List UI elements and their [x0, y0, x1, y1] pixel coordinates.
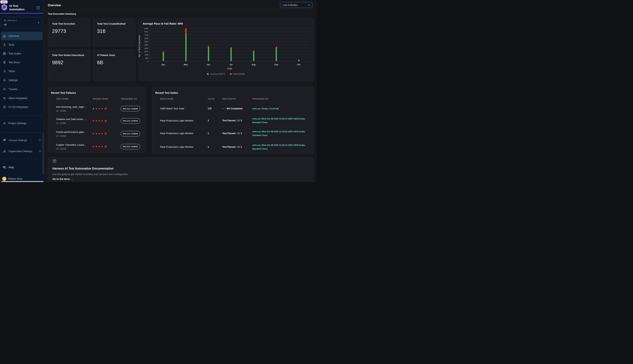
gridline — [149, 28, 310, 28]
sidebar-item-label: Project Settings — [9, 122, 27, 125]
sidebar: NEW AI Test Automation — [0, 0, 44, 182]
bar-segment-failed — [276, 46, 277, 48]
info-icon[interactable] — [39, 139, 41, 142]
sidebar-item-test-runs[interactable]: Test Runs — [1, 58, 43, 66]
suite-row[interactable]: Real Production Login Monitor1Test Passe… — [152, 140, 313, 154]
docs-link[interactable]: Go to the docs → — [53, 178, 73, 180]
divider — [1, 116, 43, 116]
sidebar-item-test-suites[interactable]: Test Suites — [1, 49, 43, 58]
run-dot[interactable] — [93, 146, 94, 147]
failure-row[interactable]: Facets-performance-gitla...v3|63238RELIC… — [48, 127, 146, 140]
x-tick-label: Oct — [287, 64, 310, 66]
run-dot-latest-failed[interactable] — [105, 108, 107, 110]
suite-row[interactable]: Real Production Login Monitor1Test Passe… — [152, 114, 313, 127]
bar-segment-success — [253, 52, 254, 61]
info-icon[interactable] — [39, 150, 41, 152]
app-window: NEW AI Test Automation — [0, 0, 316, 182]
y-tick-label: 4450 — [141, 44, 148, 46]
sidebar-item-label: Settings — [9, 79, 18, 82]
help-chat-icon: ? — [3, 166, 6, 169]
bar-segment-failed — [208, 46, 209, 47]
run-dot[interactable] — [102, 108, 103, 109]
sidebar-item-overview[interactable]: Overview — [1, 32, 43, 40]
run-dot-latest-failed[interactable] — [105, 146, 107, 148]
y-tick-label: 7120 — [141, 34, 148, 36]
bar-segment-success — [298, 60, 299, 61]
sidebar-item-organization-settings[interactable]: Organization Settings — [1, 146, 43, 156]
bar-segment-success — [230, 48, 232, 61]
triggered-by-button[interactable]: RELICX ADMIN — [121, 106, 140, 111]
column-header: TEST NAME — [56, 98, 93, 100]
x-tick-mark — [287, 61, 288, 62]
stat-label: Total Test Execution — [48, 18, 90, 26]
cicd-icon — [3, 105, 6, 108]
x-tick-mark — [242, 61, 243, 62]
run-dot[interactable] — [93, 120, 94, 122]
x-tick-label: Apr — [152, 64, 174, 66]
horizontal-scrollbar[interactable] — [2, 181, 44, 182]
user-menu[interactable]: SD Shibam Dhar — [2, 177, 23, 181]
sidebar-item-project-settings[interactable]: Project Settings — [1, 119, 43, 128]
app-switcher-icon[interactable] — [36, 6, 40, 10]
bar-segment-failed — [163, 52, 164, 53]
column-header: TRIGGERED BY — [252, 98, 313, 100]
run-dot[interactable] — [102, 133, 103, 134]
run-dot[interactable] — [96, 120, 97, 122]
sidebar-item-help[interactable]: ? Help — [1, 163, 43, 172]
suite-name: AWS Batch Test Suite — [160, 107, 208, 110]
project-selector[interactable]: PROJECT sd — [1, 17, 42, 28]
grid-icon — [3, 52, 6, 55]
run-dot[interactable] — [99, 133, 100, 134]
suite-row[interactable]: Real Production Login Monitor1Test Passe… — [152, 127, 313, 140]
run-dot[interactable] — [99, 120, 100, 122]
failure-row[interactable]: test-removing_auto_login...v4|81996RELIC… — [48, 103, 146, 114]
suite-tests-count: 1 — [208, 132, 222, 135]
run-dot[interactable] — [96, 108, 97, 109]
sidebar-item-label: Tests — [9, 43, 15, 46]
layers-icon — [3, 138, 6, 142]
progress-dots-icon — [222, 108, 225, 109]
triggered-by-button[interactable]: RELICX ADMIN — [121, 131, 140, 136]
run-dot[interactable] — [96, 133, 97, 134]
triggered-by-button[interactable]: RELICX ADMIN — [121, 144, 140, 149]
run-dot[interactable] — [93, 108, 94, 109]
sidebar-item-ci-cd-integration[interactable]: CI-CD integration — [1, 103, 43, 111]
y-tick-label: 8900 — [141, 28, 148, 30]
select-chevrons-icon — [308, 4, 310, 6]
gear-icon — [3, 122, 6, 125]
run-dot[interactable] — [102, 120, 103, 122]
run-dot-latest-failed[interactable] — [105, 120, 107, 122]
sidebar-item-account-settings[interactable]: Account Settings — [1, 136, 43, 144]
suite-tests-count: 170 — [208, 107, 222, 110]
bar-aug — [253, 51, 254, 61]
run-dot-latest-failed[interactable] — [105, 133, 107, 135]
sidebar-scrollbar[interactable] — [43, 133, 43, 175]
sidebar-item-tests[interactable]: Tests — [1, 40, 43, 49]
time-range-select[interactable]: Last 6 Months — [280, 2, 312, 8]
bar-segment-failed — [185, 28, 187, 34]
chart-plot-area — [149, 28, 310, 61]
triggered-by-button[interactable]: RELICX ADMIN — [121, 118, 140, 124]
top-bar: Overview Last 6 Months — [44, 0, 316, 10]
bar-apr — [163, 52, 164, 61]
x-tick-label: Jul — [220, 64, 242, 66]
sidebar-item-label: Test Runs — [9, 61, 20, 64]
failure-row[interactable]: Copilot: Classified: Leave...v6|63129REL… — [48, 140, 146, 153]
sidebar-item-slack-integration[interactable]: Slack integration — [1, 94, 43, 102]
failure-row[interactable]: Shadow root Date picker ...v0|81466RELIC… — [48, 114, 146, 127]
run-dot[interactable] — [102, 146, 103, 147]
legend-item[interactable]: Failed (2939) — [230, 73, 245, 75]
suite-row[interactable]: AWS Batch Test Suite1708% Completedrelic… — [152, 103, 313, 114]
legend-swatch — [207, 73, 209, 75]
run-dot[interactable] — [99, 146, 100, 147]
project-label: PROJECT — [8, 20, 17, 22]
sidebar-item-tunnels[interactable]: Tunnels — [1, 85, 43, 94]
run-dot[interactable] — [96, 146, 97, 147]
run-dot[interactable] — [93, 133, 94, 134]
run-dot[interactable] — [99, 108, 100, 109]
divider — [0, 159, 44, 159]
legend-item[interactable]: Success (24377) — [207, 73, 225, 75]
sidebar-item-tasks[interactable]: Tasks — [1, 67, 43, 76]
sidebar-item-settings[interactable]: Settings — [1, 76, 43, 84]
legend-swatch — [230, 73, 232, 75]
